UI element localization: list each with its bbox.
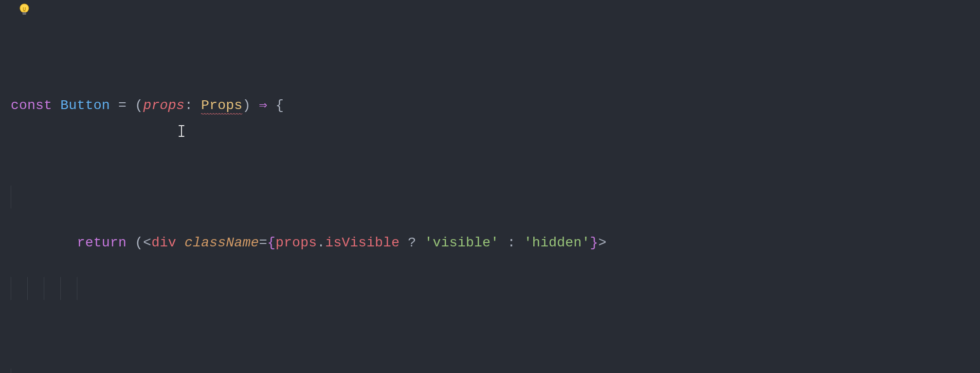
lightbulb-icon[interactable] — [18, 3, 31, 17]
lparen: ( — [135, 235, 143, 250]
code-editor[interactable]: const Button = (props: Props) ⇒ { return… — [0, 0, 980, 373]
attr-classname: className — [184, 235, 259, 250]
arrow: ⇒ — [259, 98, 267, 113]
jsx-expr-close: } — [590, 235, 598, 250]
space — [127, 98, 135, 113]
space — [515, 235, 524, 250]
tag-open: < — [143, 235, 151, 250]
tag-close: > — [598, 235, 606, 250]
ternary-colon: : — [507, 235, 515, 250]
space — [251, 98, 259, 113]
code-block[interactable]: const Button = (props: Props) ⇒ { return… — [11, 25, 980, 373]
lparen: ( — [135, 98, 143, 113]
code-line[interactable]: <button onClick={props.clickHandler} /> — [11, 277, 980, 300]
identifier-button: Button — [60, 98, 110, 113]
svg-rect-1 — [23, 14, 26, 15]
space — [52, 98, 60, 113]
keyword-const: const — [11, 98, 52, 113]
dot: . — [317, 235, 325, 250]
indent-guide — [27, 277, 28, 300]
identifier-props: props — [275, 235, 317, 250]
space — [267, 98, 275, 113]
tag-div: div — [151, 235, 176, 250]
string-visible: 'visible' — [424, 235, 499, 250]
indent-guide — [11, 186, 11, 208]
jsx-expr-open: { — [267, 235, 275, 250]
svg-rect-0 — [22, 12, 26, 14]
prop-isvisible: isVisible — [325, 235, 399, 250]
space — [416, 235, 424, 250]
code-line[interactable]: const Button = (props: Props) ⇒ { — [11, 94, 980, 117]
equals: = — [259, 235, 267, 250]
indent-guide — [11, 369, 11, 373]
space — [499, 235, 507, 250]
indent-guide — [11, 277, 11, 300]
param-props: props — [143, 98, 184, 113]
keyword-return: return — [77, 235, 127, 250]
space — [127, 235, 135, 250]
code-line[interactable]: return (<div className={props.isVisible … — [11, 186, 980, 208]
indent — [60, 235, 77, 250]
ternary-q: ? — [408, 235, 416, 250]
rparen: ) — [242, 98, 251, 113]
lbrace: { — [275, 98, 284, 113]
equals: = — [118, 98, 127, 113]
indent-guide — [60, 277, 61, 300]
code-line[interactable]: </div>); — [11, 369, 980, 373]
string-hidden: 'hidden' — [524, 235, 590, 250]
space — [193, 98, 201, 113]
space — [399, 235, 408, 250]
colon: : — [184, 98, 193, 113]
indent-guide — [77, 277, 77, 300]
space — [176, 235, 184, 250]
indent-guide — [44, 277, 44, 300]
space — [110, 98, 118, 113]
type-props-error[interactable]: Props — [201, 98, 242, 114]
